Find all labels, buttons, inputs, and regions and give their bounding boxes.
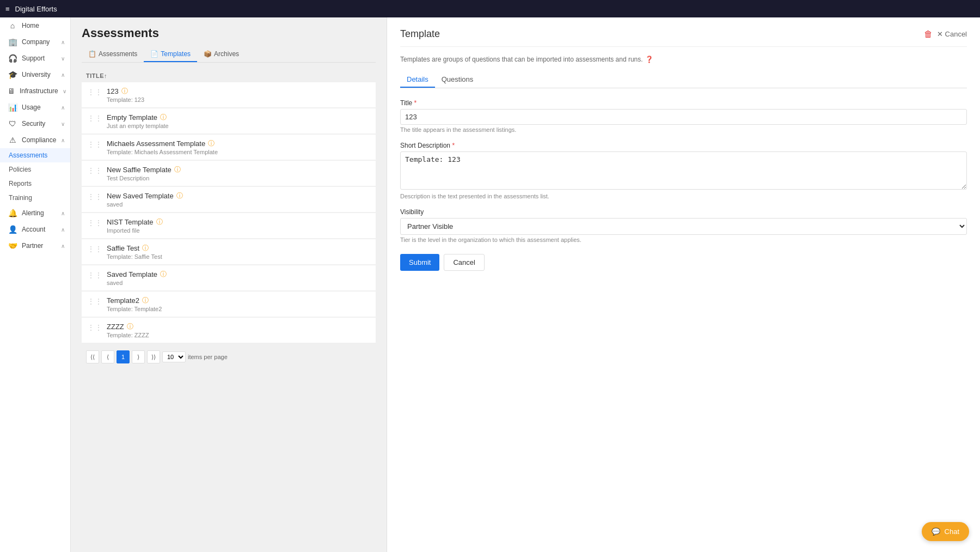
delete-button[interactable]: 🗑 [924, 29, 933, 39]
template-name: Michaels Assessment Template ⓘ [107, 139, 370, 148]
visibility-field-group: Visibility Partner Visible Company Visib… [400, 208, 967, 243]
title-column-header[interactable]: TITLE [86, 72, 104, 79]
template-info: Template2 ⓘ Template: Template2 [107, 296, 370, 312]
compliance-icon: ⚠ [8, 136, 17, 144]
first-page-button[interactable]: ⟨⟨ [86, 350, 99, 363]
sidebar-item-usage[interactable]: 📊 Usage ∧ [0, 99, 70, 116]
chevron-up-icon: ∧ [61, 210, 65, 216]
short-desc-textarea[interactable]: Template: 123 [400, 151, 967, 190]
list-item[interactable]: ⋮⋮ New Saved Template ⓘ saved [82, 187, 376, 213]
template-info: New Saved Template ⓘ saved [107, 191, 370, 208]
info-icon: ⓘ [142, 244, 149, 253]
chat-fab[interactable]: 💬 Chat [922, 522, 969, 541]
sidebar-item-partner[interactable]: 🤝 Partner ∧ [0, 238, 70, 254]
last-page-button[interactable]: ⟩⟩ [147, 350, 160, 363]
drag-handle-icon[interactable]: ⋮⋮ [87, 217, 102, 227]
sidebar-item-label: Account [22, 226, 57, 233]
drag-handle-icon[interactable]: ⋮⋮ [87, 87, 102, 96]
chevron-up-icon: ∧ [61, 39, 65, 45]
next-page-button[interactable]: ⟩ [132, 350, 145, 363]
template-name: Empty Template ⓘ [107, 113, 370, 122]
sidebar-item-training[interactable]: Training [0, 191, 70, 205]
pagination: ⟨⟨ ⟨ 1 ⟩ ⟩⟩ 10 25 50 items per page [82, 344, 376, 370]
tab-details[interactable]: Details [400, 72, 435, 88]
usage-icon: 📊 [8, 103, 17, 112]
sidebar-item-compliance[interactable]: ⚠ Compliance ∧ [0, 132, 70, 148]
template-info: Saffie Test ⓘ Template: Saffie Test [107, 244, 370, 260]
list-item[interactable]: ⋮⋮ Empty Template ⓘ Just an empty templa… [82, 108, 376, 134]
trash-icon: 🗑 [924, 29, 933, 39]
info-icon: ⓘ [160, 270, 167, 279]
chat-icon: 💬 [932, 527, 940, 536]
assessments-tab-label: Assessments [99, 50, 137, 58]
tab-templates[interactable]: 📄 Templates [144, 47, 197, 62]
chevron-up-icon: ∧ [61, 227, 65, 233]
tab-assessments[interactable]: 📋 Assessments [82, 47, 144, 62]
per-page-select[interactable]: 10 25 50 [162, 351, 186, 362]
header-cancel-button[interactable]: ✕ Cancel [937, 30, 967, 38]
sidebar-item-assessments[interactable]: Assessments [0, 148, 70, 162]
list-item[interactable]: ⋮⋮ Template2 ⓘ Template: Template2 [82, 292, 376, 317]
sidebar-item-support[interactable]: 🎧 Support ∨ [0, 50, 70, 66]
company-icon: 🏢 [8, 38, 17, 46]
assessments-panel: Assessments 📋 Assessments 📄 Templates 📦 … [71, 17, 387, 552]
submit-button[interactable]: Submit [400, 254, 439, 271]
sidebar-item-label: Security [22, 120, 57, 128]
list-item[interactable]: ⋮⋮ 123 ⓘ Template: 123 [82, 82, 376, 108]
form-description: Templates are groups of questions that c… [400, 56, 967, 63]
security-icon: 🛡 [8, 119, 17, 128]
drag-handle-icon[interactable]: ⋮⋮ [87, 139, 102, 149]
drag-handle-icon[interactable]: ⋮⋮ [87, 322, 102, 332]
sidebar-item-company[interactable]: 🏢 Company ∧ [0, 34, 70, 50]
chevron-up-icon: ∧ [61, 243, 65, 249]
sidebar-item-reports[interactable]: Reports [0, 177, 70, 191]
cancel-form-button[interactable]: Cancel [444, 254, 484, 271]
sidebar-item-account[interactable]: 👤 Account ∧ [0, 221, 70, 238]
drag-handle-icon[interactable]: ⋮⋮ [87, 296, 102, 306]
drag-handle-icon[interactable]: ⋮⋮ [87, 165, 102, 175]
list-item[interactable]: ⋮⋮ Saffie Test ⓘ Template: Saffie Test [82, 239, 376, 265]
sidebar-item-label: Home [22, 22, 65, 29]
page-1-button[interactable]: 1 [117, 350, 130, 363]
template-desc: Template: Michaels Assessment Template [107, 149, 370, 155]
template-info: New Saffie Template ⓘ Test Description [107, 165, 370, 181]
sidebar-item-label: Infrastructure [20, 87, 58, 95]
sidebar-item-label: Partner [22, 242, 57, 250]
sidebar-item-home[interactable]: ⌂ Home [0, 17, 70, 34]
tab-questions[interactable]: Questions [435, 72, 480, 88]
archives-tab-icon: 📦 [204, 50, 212, 58]
list-item[interactable]: ⋮⋮ Michaels Assessment Template ⓘ Templa… [82, 135, 376, 160]
template-desc: Just an empty template [107, 123, 370, 129]
sidebar-item-label: University [22, 71, 57, 78]
list-item[interactable]: ⋮⋮ NIST Template ⓘ Imported file [82, 213, 376, 239]
sidebar-item-infrastructure[interactable]: 🖥 Infrastructure ∨ [0, 83, 70, 99]
short-desc-field-group: Short Description * Template: 123 Descri… [400, 142, 967, 199]
list-item[interactable]: ⋮⋮ ZZZZ ⓘ Template: ZZZZ [82, 318, 376, 343]
sidebar-item-alerting[interactable]: 🔔 Alerting ∧ [0, 205, 70, 221]
visibility-hint: Tier is the level in the organization to… [400, 236, 967, 243]
form-actions: Submit Cancel [400, 254, 967, 271]
template-name: 123 ⓘ [107, 87, 370, 96]
template-info: 123 ⓘ Template: 123 [107, 87, 370, 103]
drag-handle-icon[interactable]: ⋮⋮ [87, 191, 102, 201]
title-input[interactable] [400, 109, 967, 125]
sidebar-item-security[interactable]: 🛡 Security ∨ [0, 116, 70, 132]
visibility-select[interactable]: Partner Visible Company Visible Private [400, 218, 967, 235]
prev-page-button[interactable]: ⟨ [101, 350, 114, 363]
list-item[interactable]: ⋮⋮ Saved Template ⓘ saved [82, 265, 376, 291]
list-item[interactable]: ⋮⋮ New Saffie Template ⓘ Test Descriptio… [82, 161, 376, 186]
info-icon: ⓘ [156, 217, 163, 227]
template-name: Saved Template ⓘ [107, 270, 370, 279]
template-desc: saved [107, 201, 370, 208]
page-title: Assessments [82, 26, 376, 40]
tab-archives[interactable]: 📦 Archives [197, 47, 246, 62]
drag-handle-icon[interactable]: ⋮⋮ [87, 244, 102, 253]
drag-handle-icon[interactable]: ⋮⋮ [87, 270, 102, 280]
visibility-label: Visibility [400, 208, 967, 216]
drag-handle-icon[interactable]: ⋮⋮ [87, 113, 102, 123]
chevron-up-icon: ∧ [61, 137, 65, 143]
sidebar-item-policies[interactable]: Policies [0, 162, 70, 177]
menu-icon[interactable]: ≡ [5, 5, 10, 13]
detail-actions: 🗑 ✕ Cancel [924, 29, 967, 39]
sidebar-item-university[interactable]: 🎓 University ∧ [0, 66, 70, 83]
